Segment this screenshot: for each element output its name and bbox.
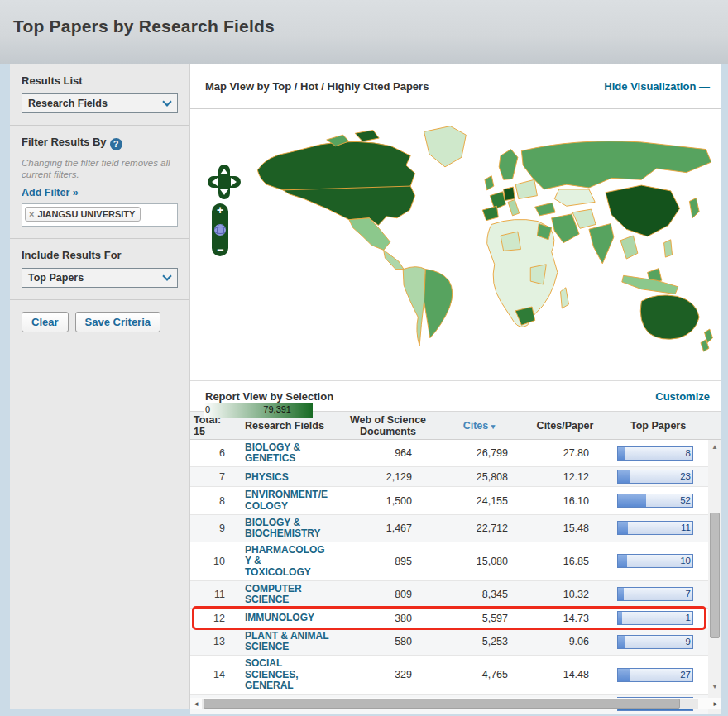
table-row: 7PHYSICS2,12925,80812.1223 [190, 467, 708, 487]
map-header: Map View by Top / Hot / Highly Cited Pap… [190, 64, 721, 109]
legend-min: 0 [205, 404, 210, 414]
customize-link[interactable]: Customize [655, 390, 710, 403]
save-criteria-button[interactable]: Save Criteria [75, 312, 161, 332]
scroll-right-icon[interactable]: ► [710, 700, 721, 708]
include-results-value: Top Papers [22, 272, 157, 284]
filter-tag-box: × JIANGSU UNIVERSITY [22, 203, 178, 227]
documents-cell: 2,129 [339, 471, 437, 483]
rank-cell: 14 [190, 669, 233, 680]
add-filter-link[interactable]: Add Filter » [22, 187, 79, 198]
results-list-select[interactable]: Research Fields [22, 93, 178, 113]
column-research-fields: Research Fields [233, 420, 339, 432]
table-row: 14SOCIAL SCIENCES, GENERAL3294,76514.482… [190, 656, 708, 695]
research-field-link[interactable]: PHARMACOLOGY & TOXICOLOGY [245, 545, 329, 578]
scroll-up-icon[interactable]: ▲ [708, 442, 721, 453]
field-cell: ENVIRONMENT/ECOLOGY [233, 489, 339, 511]
main-panel: Map View by Top / Hot / Highly Cited Pap… [190, 64, 721, 709]
horizontal-scrollbar[interactable]: ◄ ► [190, 698, 721, 709]
documents-cell: 964 [339, 447, 437, 459]
research-field-link[interactable]: PLANT & ANIMAL SCIENCE [245, 631, 329, 652]
scroll-left-icon[interactable]: ◄ [190, 700, 202, 708]
top-papers-cell: 8 [609, 446, 708, 461]
cites-per-paper-cell: 12.12 [521, 471, 609, 483]
top-papers-bar-fill [618, 588, 624, 600]
map-zoom-control[interactable]: + − [212, 203, 228, 256]
rank-cell: 6 [190, 447, 233, 459]
map-pan-control[interactable] [207, 164, 242, 200]
field-cell: PHYSICS [233, 471, 339, 483]
research-field-link[interactable]: COMPUTER SCIENCE [245, 584, 329, 605]
rank-cell: 8 [190, 495, 233, 507]
table-row: 9BIOLOGY & BIOCHEMISTRY1,46722,71215.481… [190, 515, 708, 542]
table-row: 6BIOLOGY & GENETICS96426,79927.808 [190, 440, 708, 467]
documents-cell: 809 [339, 589, 437, 600]
sidebar-buttons: Clear Save Criteria [10, 300, 189, 344]
top-papers-bar: 7 [617, 587, 693, 601]
table-row: 8ENVIRONMENT/ECOLOGY1,50024,15516.1052 [190, 487, 708, 514]
top-papers-value: 23 [680, 471, 691, 481]
field-cell: BIOLOGY & GENETICS [233, 442, 339, 464]
cites-cell: 15,080 [437, 556, 521, 567]
hide-visualization-link[interactable]: Hide Visualization — [604, 80, 710, 93]
horizontal-scroll-thumb[interactable] [204, 699, 680, 709]
results-list-label: Results List [22, 74, 178, 87]
cites-per-paper-cell: 10.32 [521, 589, 609, 600]
rank-cell: 9 [190, 523, 233, 534]
top-papers-bar: 1 [617, 611, 693, 625]
top-papers-cell: 52 [609, 494, 708, 508]
top-papers-bar-fill [618, 470, 630, 483]
research-field-link[interactable]: BIOLOGY & BIOCHEMISTRY [245, 518, 329, 539]
research-field-link[interactable]: ENVIRONMENT/ECOLOGY [245, 489, 329, 511]
top-papers-value: 52 [680, 495, 691, 505]
scroll-down-icon[interactable]: ▼ [708, 681, 721, 693]
include-results-select[interactable]: Top Papers [22, 268, 178, 288]
cites-cell: 25,808 [437, 471, 521, 483]
top-papers-cell: 10 [609, 554, 708, 568]
top-papers-bar: 23 [617, 470, 693, 484]
help-icon[interactable]: ? [110, 138, 122, 150]
research-field-link[interactable]: BIOLOGY & GENETICS [245, 442, 329, 464]
map-title: Map View by Top / Hot / Highly Cited Pap… [205, 80, 604, 93]
research-field-link[interactable]: IMMUNOLOGY [245, 613, 329, 623]
zoom-out-icon[interactable]: − [217, 244, 223, 255]
cites-cell: 4,765 [437, 669, 521, 680]
vertical-scroll-thumb[interactable] [710, 513, 720, 638]
remove-tag-icon[interactable]: × [29, 209, 34, 219]
world-map[interactable] [237, 116, 716, 356]
legend-max: 79,391 [263, 404, 291, 414]
clear-button[interactable]: Clear [22, 312, 69, 332]
filter-tag: × JIANGSU UNIVERSITY [25, 207, 141, 222]
top-papers-cell: 9 [609, 635, 708, 649]
cites-per-paper-cell: 9.06 [521, 636, 609, 647]
research-field-link[interactable]: PHYSICS [245, 472, 329, 483]
top-papers-cell: 23 [609, 470, 708, 484]
page-title: Top Papers by Research Fields [13, 17, 275, 36]
map-view: + − 0 79,391 [190, 109, 721, 380]
zoom-in-icon[interactable]: + [217, 204, 223, 216]
cites-per-paper-cell: 14.48 [521, 669, 609, 680]
top-papers-value: 1 [686, 613, 691, 623]
top-papers-bar: 9 [617, 635, 693, 649]
horizontal-scroll-track[interactable] [202, 699, 698, 709]
globe-icon[interactable] [214, 224, 226, 236]
top-papers-cell: 7 [609, 587, 708, 601]
sidebar: Results List Research Fields Filter Resu… [10, 64, 190, 709]
vertical-scrollbar[interactable]: ▲ ▼ [708, 440, 721, 714]
table-row: 10PHARMACOLOGY & TOXICOLOGY89515,08016.8… [190, 542, 708, 581]
table-row: 11COMPUTER SCIENCE8098,34510.327 [190, 581, 708, 609]
table-row: 12IMMUNOLOGY3805,59714.731 [190, 609, 708, 628]
field-cell: IMMUNOLOGY [233, 612, 339, 623]
rank-cell: 13 [190, 636, 233, 647]
documents-cell: 380 [339, 613, 437, 624]
field-cell: PLANT & ANIMAL SCIENCE [233, 631, 339, 652]
column-cites-sortable[interactable]: Cites ▾ [437, 420, 521, 432]
research-field-link[interactable]: SOCIAL SCIENCES, GENERAL [245, 658, 329, 691]
top-papers-value: 27 [680, 670, 691, 680]
top-papers-cell: 1 [609, 611, 708, 625]
documents-cell: 580 [339, 636, 437, 647]
rank-cell: 12 [190, 613, 233, 624]
documents-cell: 329 [339, 669, 437, 680]
filter-tag-label: JIANGSU UNIVERSITY [37, 209, 135, 219]
documents-cell: 1,500 [339, 495, 437, 507]
rank-cell: 7 [190, 471, 233, 483]
